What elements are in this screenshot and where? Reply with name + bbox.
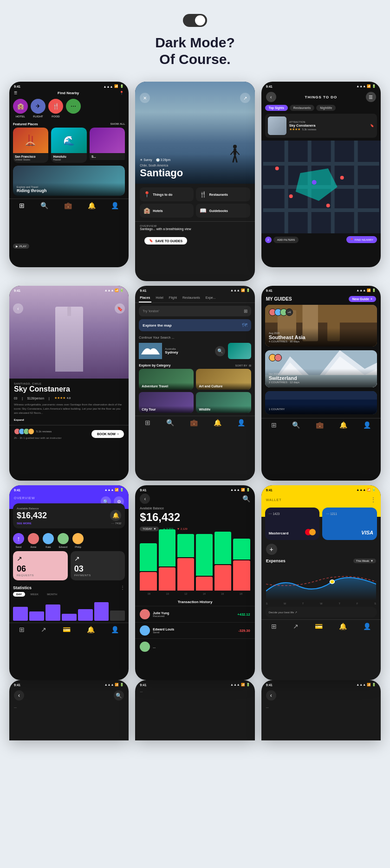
chart-back-btn[interactable]: ‹ xyxy=(140,494,150,504)
tab-experiences[interactable]: Expe... xyxy=(205,296,217,302)
card-icon[interactable]: 💳 xyxy=(63,626,71,633)
tab-places[interactable]: Places xyxy=(139,296,151,302)
explore-map-btn[interactable]: Explore the map 🗺 xyxy=(139,319,251,331)
day-tab[interactable]: DAY xyxy=(13,592,25,597)
bookmark-icon[interactable]: 💼 xyxy=(316,421,324,429)
cat-more[interactable]: ⋯ xyxy=(66,99,81,118)
visa-card[interactable]: ···· 1211 VISA xyxy=(322,508,377,540)
search-nav-icon[interactable]: 🔍 xyxy=(40,202,48,209)
grid-icon[interactable]: ⊞ xyxy=(271,421,277,429)
book-now-btn[interactable]: BOOK NOW › xyxy=(91,430,124,438)
home-icon[interactable]: ⊞ xyxy=(19,626,25,633)
contact-edward[interactable]: Edward xyxy=(58,533,69,548)
profile-icon[interactable]: 👤 xyxy=(363,421,371,429)
tab-nightlife[interactable]: Nightlife xyxy=(316,105,336,111)
find-nearby-btn[interactable]: 📍 FIND NEARBY xyxy=(346,236,377,243)
santiago-share-btn[interactable]: ↗ xyxy=(240,93,250,103)
stats-menu-icon[interactable]: ⋮ xyxy=(120,585,125,590)
sort-by-btn[interactable]: SORT BY ⊞ xyxy=(235,364,251,367)
bell-nav-icon[interactable]: 🔔 xyxy=(88,202,96,209)
mastercard-card[interactable]: ···· 1423 Mastercard xyxy=(265,508,320,540)
send-icon[interactable]: ↗ xyxy=(41,626,46,633)
sky-constanera-card[interactable]: Attraction Sky Constanera ★★★★ 5.3k revi… xyxy=(265,114,377,138)
tab-restaurants[interactable]: Restaurants xyxy=(182,296,201,302)
contact-anne[interactable]: Anne xyxy=(28,533,39,548)
place-3[interactable]: S... xyxy=(90,128,125,163)
hotels-btn[interactable]: 🏨 Hotels xyxy=(140,204,194,218)
sydney-item[interactable]: Australia Sydney 🔍 xyxy=(135,341,254,361)
send-btn[interactable]: ↑ Send xyxy=(13,533,24,548)
add-filters-btn[interactable]: ADD FILTERS xyxy=(273,237,299,243)
cat-food[interactable]: 🍴 FOOD xyxy=(48,99,63,118)
bell-icon[interactable]: 🔔 xyxy=(87,626,95,633)
switzerland-guide[interactable]: Oct 2020 Switzerland 2 COUNTRIES · 12 da… xyxy=(265,350,377,387)
things-back-btn[interactable]: ‹ xyxy=(266,92,276,102)
city-tour-cat[interactable]: City Tour xyxy=(139,392,194,413)
search-icon[interactable]: 🔍 xyxy=(292,421,300,429)
send-icon[interactable]: ↗ xyxy=(293,623,299,630)
sky-bookmark-btn[interactable]: 🔖 xyxy=(115,303,125,314)
see-more-btn[interactable]: SEE MORE xyxy=(17,522,32,525)
profile-icon[interactable]: 👤 xyxy=(111,626,119,633)
bell-icon[interactable]: 🔔 xyxy=(339,421,347,429)
transaction-edward[interactable]: Edward Louis Send -329.30 xyxy=(135,622,254,638)
tab-top-sights[interactable]: Top Sights xyxy=(265,105,288,111)
wallet-menu-icon[interactable]: ⋮ xyxy=(370,496,376,503)
back-btn-b3[interactable]: ‹ xyxy=(266,690,276,701)
guidebooks-btn[interactable]: 📖 Guidebooks xyxy=(196,204,250,218)
bell-icon[interactable]: 🔔 xyxy=(339,623,347,630)
add-card-btn[interactable]: + xyxy=(266,544,277,555)
place-honolulu[interactable]: 🌊 Honolulu Hawaii xyxy=(51,128,86,163)
undefined-guide[interactable]: 1 COUNTRY xyxy=(265,391,377,414)
art-culture-cat[interactable]: Art and Culture xyxy=(196,369,251,390)
wildlife-cat[interactable]: Wildlife xyxy=(196,392,251,413)
things-to-do-btn[interactable]: 📍 Things to do xyxy=(140,187,194,201)
southeast-asia-guide[interactable]: +4 Aug 2020 Southeast Asia 4 COUNTRIES ·… xyxy=(265,305,377,347)
expand-btn[interactable]: Expand xyxy=(14,418,24,421)
tab-hotel[interactable]: Hotel xyxy=(155,296,164,302)
new-guide-btn[interactable]: New Guide + xyxy=(349,296,376,302)
tab-flight[interactable]: Flight xyxy=(168,296,178,302)
home-nav-icon[interactable]: ⊞ xyxy=(19,202,25,209)
cat-flight[interactable]: ✈ FLIGHT xyxy=(31,99,46,118)
location-icon[interactable]: 📍 xyxy=(119,91,124,95)
save-to-guides-btn[interactable]: 🔖 SAVE TO GUIDES xyxy=(144,237,187,244)
place-san-francisco[interactable]: San Francisco United States xyxy=(13,128,48,163)
back-btn-b1[interactable]: ‹ xyxy=(14,690,24,701)
card-icon[interactable]: 💳 xyxy=(315,623,323,630)
sydney-search-icon[interactable]: 🔍 xyxy=(215,346,225,356)
contact-phil[interactable]: Philip xyxy=(72,533,84,548)
banner-card[interactable]: Explore and Travel Riding through xyxy=(13,166,125,196)
profile-icon[interactable]: 👤 xyxy=(237,419,245,426)
bookmark-icon[interactable]: 🔖 xyxy=(370,124,374,128)
things-menu-btn[interactable]: ☰ xyxy=(366,92,376,102)
menu-icon[interactable]: ☰ xyxy=(14,91,17,95)
map-area[interactable] xyxy=(261,141,381,233)
contact-kate[interactable]: Kate xyxy=(43,533,54,548)
home-icon[interactable]: ⊞ xyxy=(271,623,277,630)
bell-icon[interactable]: 🔔 xyxy=(214,419,221,426)
dark-mode-toggle[interactable] xyxy=(183,14,207,27)
transaction-julie[interactable]: Julie Yung Received +432.12 xyxy=(135,606,254,622)
home-icon[interactable]: ⊞ xyxy=(145,419,150,426)
search-btn-b1[interactable]: 🔍 xyxy=(114,690,124,701)
month-tab[interactable]: MONTH xyxy=(44,592,60,597)
transaction-3[interactable]: ... xyxy=(135,638,254,655)
briefcase-icon[interactable]: 💼 xyxy=(190,419,198,426)
places-search-input[interactable]: Try 'london' ⊞ xyxy=(139,306,251,316)
adventure-travel-cat[interactable]: Adventure Travel xyxy=(139,369,194,390)
cat-hotel[interactable]: 🏨 HOTEL xyxy=(13,99,28,118)
chart-search-btn[interactable]: 🔍 xyxy=(242,495,250,502)
this-week-btn[interactable]: This Week ▼ xyxy=(353,559,376,563)
play-button[interactable]: ▶ PLAY xyxy=(13,244,29,249)
notification-icon[interactable]: 🔔 xyxy=(110,510,121,521)
tab-restaurants[interactable]: Restaurants xyxy=(290,105,315,111)
week-tab[interactable]: WEEK xyxy=(27,592,42,597)
santiago-back-btn[interactable]: ✕ xyxy=(140,93,150,103)
profile-icon[interactable]: 👤 xyxy=(363,623,371,630)
profile-nav-icon[interactable]: 👤 xyxy=(111,202,119,209)
restaurants-btn[interactable]: 🍴 Restaurants xyxy=(196,187,250,201)
search-icon[interactable]: 🔍 xyxy=(166,419,174,426)
sky-back-btn[interactable]: ‹ xyxy=(13,303,23,314)
briefcase-nav-icon[interactable]: 💼 xyxy=(64,202,72,209)
